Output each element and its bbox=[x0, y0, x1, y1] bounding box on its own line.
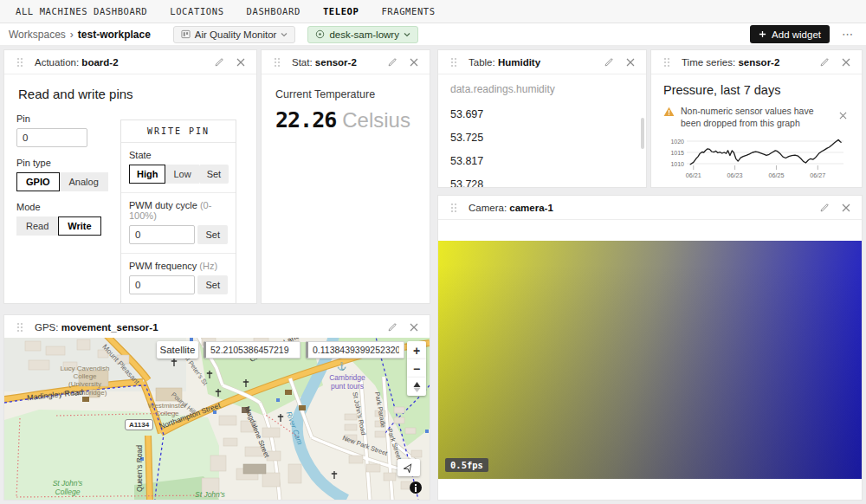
zoom-out-button[interactable]: − bbox=[407, 359, 426, 378]
longitude-input[interactable] bbox=[306, 341, 404, 359]
widget-table: Table: Humidity data.readings.humidity 5… bbox=[437, 49, 647, 188]
pin-label: Pin bbox=[16, 113, 112, 124]
state-set-button[interactable]: Set bbox=[199, 165, 229, 184]
close-widget-button[interactable] bbox=[839, 201, 853, 215]
pwm-duty-set-button[interactable]: Set bbox=[197, 225, 228, 244]
edit-widget-button[interactable] bbox=[212, 55, 226, 69]
nav-all-machines-dashboard[interactable]: ALL MACHINES DASHBOARD bbox=[16, 6, 147, 16]
nav-teleop[interactable]: TELEOP bbox=[323, 6, 359, 16]
drag-handle-icon[interactable] bbox=[660, 55, 674, 69]
workspace-select[interactable]: Air Quality Monitor bbox=[173, 26, 296, 43]
pwm-duty-label: PWM duty cycle (0-100%) bbox=[129, 200, 228, 221]
pwm-duty-input[interactable] bbox=[129, 225, 195, 244]
dismiss-warning-button[interactable] bbox=[836, 108, 850, 122]
widget-actuation: Actuation: board-2 Read and write pins P… bbox=[3, 49, 257, 304]
state-high-button[interactable]: High bbox=[129, 165, 165, 184]
locate-button[interactable] bbox=[397, 459, 420, 476]
top-nav: ALL MACHINES DASHBOARD LOCATIONS DASHBOA… bbox=[0, 0, 866, 23]
map-attribution-info-icon[interactable] bbox=[410, 481, 422, 494]
stat-value: 22.26 bbox=[275, 107, 336, 132]
edit-widget-button[interactable] bbox=[818, 55, 831, 69]
chart-warning: Non-numeric sensor values have been drop… bbox=[663, 105, 850, 129]
edit-widget-button[interactable] bbox=[602, 55, 616, 69]
drag-handle-icon[interactable] bbox=[270, 55, 284, 69]
close-widget-button[interactable] bbox=[234, 55, 248, 69]
nav-fragments[interactable]: FRAGMENTS bbox=[381, 6, 435, 16]
svg-text:06/23: 06/23 bbox=[727, 171, 743, 179]
pressure-chart: 10101015102006/2106/2306/2506/27 bbox=[663, 131, 848, 183]
edit-widget-button[interactable] bbox=[818, 201, 831, 215]
machine-select-label: desk-sam-lowry bbox=[329, 29, 399, 40]
breadcrumb-current[interactable]: test-workplace bbox=[78, 29, 151, 41]
svg-text:06/27: 06/27 bbox=[810, 171, 825, 179]
mode-write-button[interactable]: Write bbox=[58, 216, 100, 236]
svg-text:1020: 1020 bbox=[670, 139, 684, 145]
drag-handle-icon[interactable] bbox=[447, 201, 461, 215]
svg-text:1010: 1010 bbox=[670, 161, 684, 167]
stat-unit: Celsius bbox=[342, 108, 410, 132]
edit-widget-button[interactable] bbox=[385, 320, 399, 334]
drag-handle-icon[interactable] bbox=[447, 55, 461, 69]
breadcrumb-root[interactable]: Workspaces bbox=[9, 29, 66, 41]
zoom-in-button[interactable]: + bbox=[407, 341, 426, 359]
table-column-header: data.readings.humidity bbox=[450, 76, 634, 102]
fps-badge: 0.5fps bbox=[445, 458, 488, 472]
stat-label: Current Temperature bbox=[275, 88, 416, 100]
workspace-toolbar: Workspaces › test-workplace Air Quality … bbox=[0, 23, 866, 46]
mode-label: Mode bbox=[16, 202, 112, 212]
pin-type-label: Pin type bbox=[16, 158, 112, 168]
pwm-freq-set-button[interactable]: Set bbox=[197, 275, 228, 294]
edit-widget-button[interactable] bbox=[385, 55, 399, 69]
widget-title: Actuation: board-2 bbox=[35, 57, 119, 68]
pin-type-gpio-button[interactable]: GPIO bbox=[16, 172, 60, 191]
widget-title: Time series: sensor-2 bbox=[682, 57, 779, 68]
close-widget-button[interactable] bbox=[624, 55, 637, 69]
svg-text:06/21: 06/21 bbox=[686, 171, 701, 179]
pwm-freq-input[interactable] bbox=[129, 275, 195, 294]
write-pin-title: WRITE PIN bbox=[121, 120, 236, 143]
pin-input[interactable] bbox=[16, 128, 87, 147]
close-widget-button[interactable] bbox=[407, 55, 421, 69]
compass-button[interactable] bbox=[407, 378, 426, 396]
widget-gps: GPS: movement_sensor-1 bbox=[3, 314, 430, 501]
table-row: 53.728 bbox=[450, 172, 634, 188]
nav-dashboard[interactable]: DASHBOARD bbox=[247, 6, 301, 16]
close-widget-button[interactable] bbox=[839, 55, 853, 69]
drag-handle-icon[interactable] bbox=[13, 55, 27, 69]
add-widget-button[interactable]: Add widget bbox=[750, 25, 830, 43]
workspace-icon bbox=[181, 29, 191, 39]
widget-timeseries: Time series: sensor-2 Pressure, last 7 d… bbox=[650, 49, 863, 188]
mode-read-button[interactable]: Read bbox=[16, 216, 58, 236]
gps-map[interactable]: Mount Pleasant Lucy Cavendish College (U… bbox=[4, 338, 430, 500]
widget-title: Stat: sensor-2 bbox=[292, 57, 357, 68]
pwm-freq-label: PWM frequency (Hz) bbox=[129, 261, 228, 271]
latitude-input[interactable] bbox=[204, 341, 301, 359]
workspace-select-label: Air Quality Monitor bbox=[195, 29, 277, 40]
state-low-button[interactable]: Low bbox=[165, 165, 198, 184]
nav-locations[interactable]: LOCATIONS bbox=[170, 6, 223, 16]
map-canvas bbox=[4, 338, 430, 500]
write-pin-panel: WRITE PIN State High Low Set PWM duty cy… bbox=[120, 120, 236, 304]
table-row: 53.697 bbox=[450, 102, 634, 126]
widget-title: Table: Humidity bbox=[469, 57, 540, 68]
widget-title: Camera: camera-1 bbox=[469, 203, 553, 213]
overflow-menu-button[interactable]: ⋯ bbox=[842, 28, 854, 41]
machine-select[interactable]: desk-sam-lowry bbox=[307, 26, 418, 43]
table-row: 53.817 bbox=[450, 149, 634, 172]
warning-text: Non-numeric sensor values have been drop… bbox=[681, 105, 826, 129]
widget-title: GPS: movement_sensor-1 bbox=[35, 322, 158, 333]
actuation-body: Read and write pins Pin Pin type GPIO An… bbox=[4, 74, 256, 256]
actuation-heading: Read and write pins bbox=[18, 87, 244, 101]
chevron-down-icon bbox=[281, 32, 288, 37]
pin-type-analog-button[interactable]: Analog bbox=[60, 172, 108, 191]
teleop-dashboard: ALL MACHINES DASHBOARD LOCATIONS DASHBOA… bbox=[0, 0, 866, 504]
state-label: State bbox=[129, 150, 228, 160]
drag-handle-icon[interactable] bbox=[13, 320, 27, 334]
table-scrollbar[interactable] bbox=[641, 118, 644, 149]
widget-camera: Camera: camera-1 0.5fps bbox=[437, 195, 863, 501]
close-widget-button[interactable] bbox=[407, 320, 421, 334]
satellite-toggle-button[interactable]: Satellite bbox=[157, 341, 198, 359]
chevron-down-icon bbox=[404, 32, 410, 37]
warning-icon bbox=[663, 107, 675, 117]
plus-icon bbox=[759, 30, 766, 38]
